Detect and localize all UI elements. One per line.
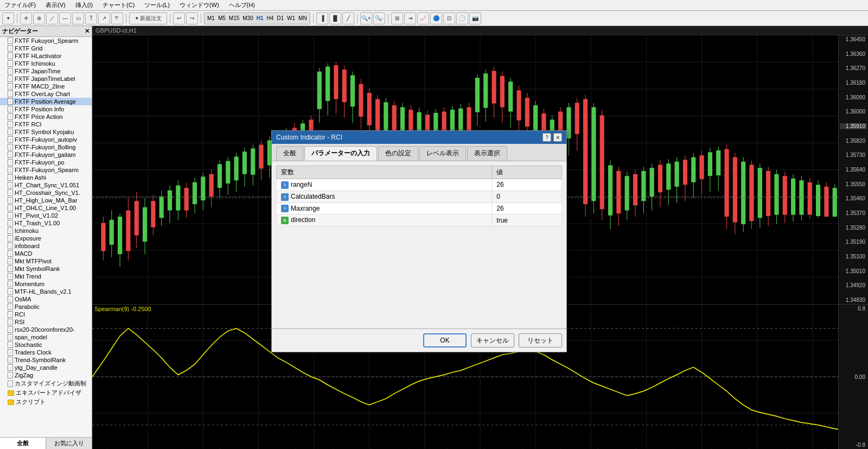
menu-view[interactable]: 表示(V) [43,1,68,9]
sidebar-item-22[interactable]: iHT_OHLC_Line_V1.00 [0,204,92,212]
tf-h1[interactable]: H1 [256,15,265,21]
sidebar-item-4[interactable]: iFXTF JapanTime [0,67,92,75]
sidebar-item-12[interactable]: iFXTF Symbol Kyojaku [0,128,92,136]
sidebar-item-14[interactable]: iFXTF-Fukuyori_Bolling [0,143,92,151]
sidebar-item-20[interactable]: iHT_Crosshair_Sync_V1. [0,189,92,197]
tf-m1[interactable]: M1 [206,15,216,21]
dialog-tab-4[interactable]: 表示選択 [467,146,507,161]
dialog-title-bar[interactable]: Custom Indicator - RCI ? ✕ [272,131,566,144]
screenshot-btn[interactable]: 📷 [469,12,481,24]
sidebar-item-34[interactable]: iOsMA [0,295,92,303]
tf-mn[interactable]: MN [297,15,308,21]
tf-m30[interactable]: M30 [241,15,254,21]
autoscroll-btn[interactable]: ⇥ [404,12,416,24]
sidebar-item-19[interactable]: iHT_Chart_Sync_V1.051 [0,181,92,189]
new-chart-btn[interactable]: ✦ [2,12,14,24]
menu-window[interactable]: ウィンドウ(W) [177,1,221,9]
dialog-help-btn[interactable]: ? [542,133,551,142]
chart-type-bar[interactable]: ▐ [316,12,328,24]
sidebar-item-13[interactable]: iFXTF-Fukuyori_autopiv [0,136,92,143]
sidebar-item-42[interactable]: iTrend-SymbolRank [0,356,92,364]
period-sep-btn[interactable]: ⊡ [443,12,455,24]
hline-btn[interactable]: — [59,12,71,24]
menu-insert[interactable]: 挿入(I) [73,1,95,9]
param-row-0[interactable]: irangeN26 [277,179,562,191]
sidebar-item-23[interactable]: iHT_Pivot_V1.02 [0,212,92,219]
sidebar-item-27[interactable]: iinfoboard [0,242,92,250]
sidebar-tab-general[interactable]: 全般 [0,438,46,449]
sidebar-item-43[interactable]: iytg_Day_candle [0,364,92,371]
new-order-btn[interactable]: ✦ 新規注文 [129,12,167,24]
arrow-btn[interactable]: ↗ [98,12,110,24]
sidebar-item-11[interactable]: iFXTF RCI [0,121,92,128]
sidebar-item-0[interactable]: iFXTF Fukuyori_Spearm [0,37,92,45]
param-row-1[interactable]: iCalculatedBars0 [277,191,562,203]
param-row-2[interactable]: iMaxrange26 [277,203,562,214]
param-value-2[interactable]: 26 [492,203,562,214]
sidebar-item-24[interactable]: iHT_Trash_V1.00 [0,219,92,227]
sidebar-item-10[interactable]: iFXTF Price Action [0,113,92,121]
sidebar-item-44[interactable]: iZigZag [0,371,92,379]
dialog-tab-1[interactable]: パラメーターの入力 [304,146,377,161]
sidebar-item-9[interactable]: iFXTF Position Info [0,105,92,113]
redo-btn[interactable]: ↪ [186,12,198,24]
indicator-btn[interactable]: 📈 [417,12,429,24]
dialog-close-btn[interactable]: ✕ [553,133,562,142]
sidebar-item-16[interactable]: iFXTF-Fukuyori_po [0,159,92,166]
tf-w1[interactable]: W1 [286,15,296,21]
sidebar-item-3[interactable]: iFXTF Ichimoku [0,60,92,67]
sidebar-item-47[interactable]: スクリプト [0,397,92,407]
tf-m15[interactable]: M15 [228,15,240,21]
sidebar-item-31[interactable]: iMkt Trend [0,273,92,280]
sidebar-item-33[interactable]: iMTF-HL_Bands_v2.1 [0,288,92,295]
chart-type-candle[interactable]: █ [329,12,341,24]
sidebar-item-26[interactable]: iiExposure [0,235,92,242]
param-value-1[interactable]: 0 [492,191,562,203]
sidebar-item-29[interactable]: iMkt MTFPivot [0,257,92,265]
sidebar-item-36[interactable]: iRCI [0,311,92,318]
dialog-tab-0[interactable]: 全般 [276,146,303,161]
sidebar-item-46[interactable]: エキスパートアドバイザ [0,388,92,397]
sidebar-close[interactable]: ✕ [85,28,90,35]
sidebar-item-41[interactable]: iTraders Clock [0,349,92,356]
sidebar-item-28[interactable]: iMACD [0,250,92,257]
fib-btn[interactable]: 〒 [111,12,123,24]
dialog-cancel-btn[interactable]: キャンセル [471,333,514,347]
tf-m5[interactable]: M5 [217,15,227,21]
sidebar-item-21[interactable]: iHT_High_Low_MA_Bar [0,197,92,204]
zoom-btn[interactable]: ⊕ [33,12,45,24]
dialog-ok-btn[interactable]: OK [423,333,467,347]
sidebar-item-39[interactable]: ispan_model [0,333,92,341]
rect-btn[interactable]: ▭ [72,12,84,24]
sidebar-item-37[interactable]: iRSI [0,318,92,326]
sidebar-item-30[interactable]: iMkt SymbolRank [0,265,92,273]
menu-file[interactable]: ファイル(F) [2,1,38,9]
sidebar-item-40[interactable]: iStochastic [0,341,92,349]
undo-btn[interactable]: ↩ [173,12,185,24]
tf-h4[interactable]: H4 [266,15,275,21]
sidebar-item-7[interactable]: iFXTF OverLay Chart [0,90,92,98]
sidebar-item-45[interactable]: iカスタマイズインジ動画制 [0,379,92,388]
param-value-3[interactable]: true [492,214,562,226]
param-row-3[interactable]: bdirectiontrue [277,214,562,226]
sidebar-item-35[interactable]: iParabolic [0,303,92,311]
sidebar-item-8[interactable]: iFXTF Position Average [0,98,92,105]
menu-chart[interactable]: チャート(C) [100,1,137,9]
text-btn[interactable]: T [85,12,97,24]
sidebar-item-17[interactable]: iFXTF-Fukuyori_Spearm [0,166,92,174]
sidebar-item-5[interactable]: iFXTF JapanTimeLabel [0,75,92,83]
template-btn[interactable]: 🔵 [430,12,442,24]
clock-btn[interactable]: 🕐 [456,12,468,24]
sidebar-item-15[interactable]: iFXTF-Fukuyori_gaitam [0,151,92,159]
menu-help[interactable]: ヘルプ(H) [227,1,257,9]
sidebar-item-25[interactable]: iIchimoku [0,227,92,235]
sidebar-tab-favorites[interactable]: お気に入り [46,438,92,449]
zoom-out-btn[interactable]: 🔍- [373,12,385,24]
dialog-tab-3[interactable]: レベル表示 [419,146,466,161]
chart-type-line[interactable]: ╱ [342,12,354,24]
dialog-reset-btn[interactable]: リセット [519,333,562,347]
param-value-0[interactable]: 26 [492,179,562,191]
crosshair-btn[interactable]: ✛ [20,12,32,24]
sidebar-item-1[interactable]: iFXTF Grid [0,45,92,52]
sidebar-item-38[interactable]: irsx20-20coronforex20- [0,326,92,333]
